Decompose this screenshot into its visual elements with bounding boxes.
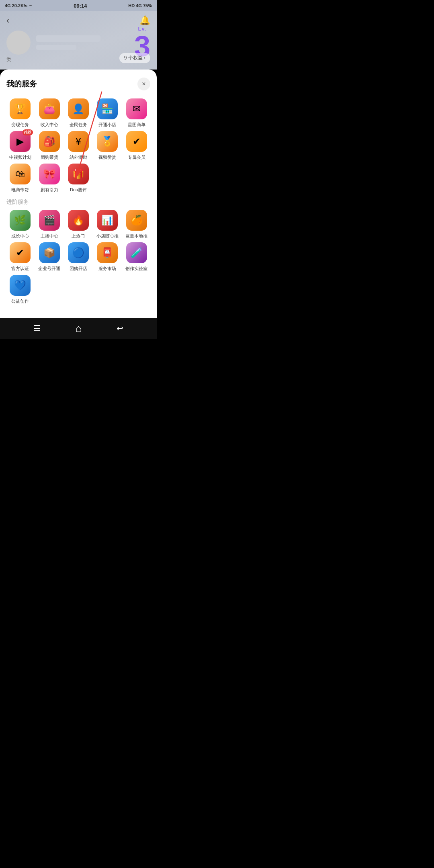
- service-icon-shangremen: 🔥: [68, 210, 89, 231]
- service-item-qiyehao[interactable]: 📦企业号开通: [35, 242, 63, 272]
- profile-info: [36, 35, 150, 50]
- service-label-dianshang: 电商带货: [11, 187, 29, 193]
- service-item-douceping[interactable]: 🎁Dou测评: [65, 164, 92, 193]
- service-icon-juyouyinli: 🎀: [39, 164, 60, 184]
- avatar: [6, 31, 31, 55]
- service-label-chengzhang: 成长中心: [11, 233, 29, 239]
- service-item-zhuanshuhui[interactable]: ✔专属会员: [123, 131, 150, 160]
- service-item-xiaodiansuixin[interactable]: 📊小店随心推: [94, 210, 121, 239]
- service-label-xiaodiansuixin: 小店随心推: [96, 233, 119, 239]
- service-item-kaifeng[interactable]: 🏪开通小店: [94, 98, 121, 128]
- service-item-gongyi[interactable]: 💙公益创作: [6, 275, 34, 304]
- service-icon-gongyi: 💙: [10, 275, 31, 296]
- service-label-guanfang: 官方认证: [11, 266, 29, 272]
- service-label-juyouyinli: 剧有引力: [41, 187, 58, 193]
- service-label-fuwushichang: 服务市场: [98, 266, 116, 272]
- modal-header: 我的服务 ×: [6, 78, 150, 90]
- menu-icon[interactable]: ☰: [33, 323, 41, 333]
- service-label-xingtushangdan: 星图商单: [128, 122, 145, 128]
- service-label-zhongshipin: 中视频计划: [9, 154, 31, 160]
- service-label-douceping: Dou测评: [70, 187, 87, 193]
- service-item-tuangoukaidian[interactable]: 🔵团购开店: [65, 242, 92, 272]
- service-item-tuangou[interactable]: 🎒团购带货: [35, 131, 63, 160]
- service-icon-dianshang: 🛍: [10, 164, 31, 184]
- service-item-zhanzhoujili[interactable]: ¥站外激励: [65, 131, 92, 160]
- service-item-xingtushangdan[interactable]: ✉星图商单: [123, 98, 150, 128]
- service-label-shangremen: 上热门: [72, 233, 85, 239]
- service-item-shouru[interactable]: 👛收入中心: [35, 98, 63, 128]
- service-icon-chuangzuoshi: 🧪: [126, 242, 147, 263]
- bell-icon[interactable]: 🔔: [139, 15, 150, 26]
- service-icon-juliang: 🍊: [126, 210, 147, 231]
- service-label-zhubo: 主播中心: [41, 233, 58, 239]
- status-bar: 4G 20.2K/s ··· 09:14 HD 4G 75%: [0, 0, 157, 11]
- service-item-shipinzancang[interactable]: 🏅视频赞赏: [94, 131, 121, 160]
- service-icon-qiyehao: 📦: [39, 242, 60, 263]
- service-label-juliang: 巨量本地推: [125, 233, 147, 239]
- service-label-quanmin: 全民任务: [70, 122, 87, 128]
- service-item-dianshang[interactable]: 🛍电商带货: [6, 164, 34, 193]
- service-item-fuwushichang[interactable]: 📮服务市场: [94, 242, 121, 272]
- service-icon-kaifeng: 🏪: [97, 98, 118, 119]
- close-button[interactable]: ×: [137, 78, 150, 90]
- service-label-kaifeng: 开通小店: [98, 122, 116, 128]
- service-icon-xiaodiansuixin: 📊: [97, 210, 118, 231]
- benefits-button[interactable]: 9 个权益 ›: [119, 53, 150, 63]
- service-icon-bianhuan: 🏆: [10, 98, 31, 119]
- service-icon-zhubo: 🎬: [39, 210, 60, 231]
- service-label-tuangoukaidian: 团购开店: [70, 266, 87, 272]
- service-icon-chengzhang: 🌿: [10, 210, 31, 231]
- service-item-quanmin[interactable]: 👤全民任务: [65, 98, 92, 128]
- service-icon-shipinzancang: 🏅: [97, 131, 118, 152]
- recommend-badge-zhongshipin: 推荐: [23, 129, 33, 135]
- service-icon-zhuanshuhui: ✔: [126, 131, 147, 152]
- profile-header: ‹ 🔔 Lv. 3 9 个权益 › 类: [0, 11, 157, 70]
- service-icon-xingtushangdan: ✉: [126, 98, 147, 119]
- service-label-shouru: 收入中心: [41, 122, 58, 128]
- services-grid: 🏆变现任务👛收入中心👤全民任务🏪开通小店✉星图商单▶推荐中视频计划🎒团购带货¥站…: [6, 98, 150, 193]
- bottom-nav: ☰ ⌂ ↩: [0, 318, 157, 339]
- back-icon[interactable]: ↩: [117, 323, 123, 333]
- service-label-qiyehao: 企业号开通: [38, 266, 60, 272]
- profile-sub-bar: [36, 45, 76, 50]
- status-left: 4G 20.2K/s ···: [5, 3, 32, 8]
- service-label-tuangou: 团购带货: [41, 154, 58, 160]
- service-icon-shouru: 👛: [39, 98, 60, 119]
- extra-tag: 类: [6, 56, 11, 63]
- service-item-chengzhang[interactable]: 🌿成长中心: [6, 210, 34, 239]
- header-nav: ‹ 🔔: [6, 15, 150, 26]
- service-label-bianhuan: 变现任务: [11, 122, 29, 128]
- service-item-zhubo[interactable]: 🎬主播中心: [35, 210, 63, 239]
- service-item-guanfang[interactable]: ✔官方认证: [6, 242, 34, 272]
- service-item-shangremen[interactable]: 🔥上热门: [65, 210, 92, 239]
- profile-name-bar: [36, 35, 100, 42]
- service-label-shipinzancang: 视频赞赏: [98, 154, 116, 160]
- service-icon-douceping: 🎁: [68, 164, 89, 184]
- advanced-services-grid: 🌿成长中心🎬主播中心🔥上热门📊小店随心推🍊巨量本地推✔官方认证📦企业号开通🔵团购…: [6, 210, 150, 304]
- home-icon[interactable]: ⌂: [76, 322, 82, 335]
- service-icon-guanfang: ✔: [10, 242, 31, 263]
- service-icon-zhongshipin: ▶推荐: [10, 131, 31, 152]
- service-item-chuangzuoshi[interactable]: 🧪创作实验室: [123, 242, 150, 272]
- service-icon-quanmin: 👤: [68, 98, 89, 119]
- service-item-juyouyinli[interactable]: 🎀剧有引力: [35, 164, 63, 193]
- service-label-chuangzuoshi: 创作实验室: [125, 266, 147, 272]
- service-item-juliang[interactable]: 🍊巨量本地推: [123, 210, 150, 239]
- modal-sheet: 我的服务 × 🏆变现任务👛收入中心👤全民任务🏪开通小店✉星图商单▶推荐中视频计划…: [0, 70, 157, 318]
- back-button[interactable]: ‹: [6, 15, 9, 26]
- service-icon-tuangoukaidian: 🔵: [68, 242, 89, 263]
- service-label-gongyi: 公益创作: [11, 298, 29, 304]
- status-center: 09:14: [74, 3, 87, 9]
- status-right: HD 4G 75%: [128, 3, 152, 8]
- profile-content: [6, 31, 150, 55]
- service-label-zhanzhoujili: 站外激励: [70, 154, 87, 160]
- advanced-section-label: 进阶服务: [6, 199, 150, 206]
- service-item-zhongshipin[interactable]: ▶推荐中视频计划: [6, 131, 34, 160]
- service-label-zhuanshuhui: 专属会员: [128, 154, 145, 160]
- service-icon-tuangou: 🎒: [39, 131, 60, 152]
- service-icon-zhanzhoujili: ¥: [68, 131, 89, 152]
- modal-title: 我的服务: [6, 79, 37, 89]
- service-icon-fuwushichang: 📮: [97, 242, 118, 263]
- service-item-bianhuan[interactable]: 🏆变现任务: [6, 98, 34, 128]
